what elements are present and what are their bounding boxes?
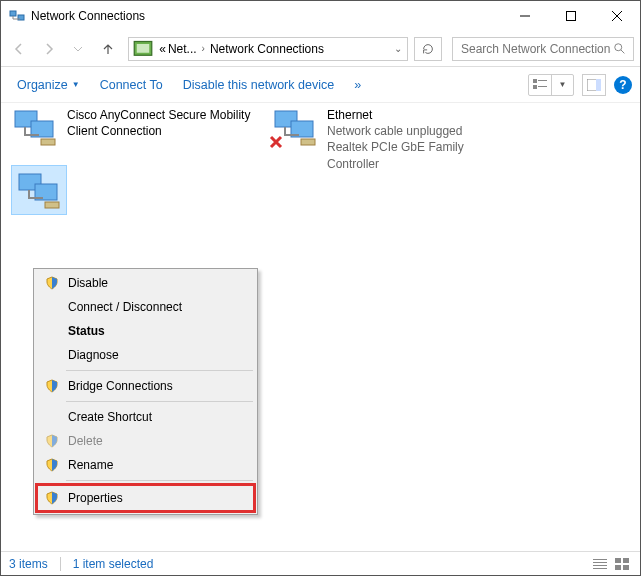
svg-point-5 (615, 43, 622, 50)
menu-item-status[interactable]: Status (36, 319, 255, 343)
recent-locations-button[interactable] (65, 35, 93, 63)
menu-item-disable[interactable]: Disable (36, 271, 255, 295)
breadcrumb-folder-1[interactable]: « Net... (157, 42, 198, 56)
organize-menu[interactable]: Organize ▼ (9, 74, 88, 96)
connection-icon (15, 170, 63, 210)
svg-rect-8 (533, 85, 537, 89)
window-controls (502, 1, 640, 31)
status-selected-count: 1 item selected (73, 557, 154, 571)
connection-icon (271, 107, 319, 147)
context-menu: Disable Connect / Disconnect Status Diag… (33, 268, 258, 515)
help-button[interactable]: ? (614, 76, 632, 94)
connection-icon (11, 107, 59, 147)
connection-device: Realtek PCIe GbE Family Controller (327, 139, 511, 171)
connection-item-cisco-selected[interactable] (11, 165, 67, 215)
content-area: Cisco AnyConnect Secure Mobility Client … (1, 103, 640, 549)
shield-icon (44, 490, 60, 506)
refresh-button[interactable] (414, 37, 442, 61)
connection-item-ethernet[interactable]: Ethernet Network cable unplugged Realtek… (271, 107, 511, 172)
svg-rect-14 (41, 139, 55, 145)
address-dropdown[interactable]: ⌄ (389, 43, 407, 54)
shield-icon (44, 378, 60, 394)
search-icon (613, 42, 627, 56)
up-button[interactable] (94, 35, 122, 63)
connection-status: Network cable unplugged (327, 123, 511, 139)
chevron-right-icon[interactable]: › (199, 43, 208, 54)
svg-rect-23 (593, 565, 607, 566)
connection-name: Cisco AnyConnect Secure Mobility Client … (67, 107, 251, 139)
connection-item-cisco[interactable]: Cisco AnyConnect Secure Mobility Client … (11, 107, 251, 147)
menu-item-rename[interactable]: Rename (36, 453, 255, 477)
svg-rect-0 (10, 11, 16, 16)
svg-rect-7 (538, 80, 547, 81)
svg-rect-27 (615, 565, 621, 570)
menu-item-bridge[interactable]: Bridge Connections (36, 374, 255, 398)
search-input[interactable] (459, 41, 613, 57)
disable-device-button[interactable]: Disable this network device (175, 74, 342, 96)
svg-rect-21 (593, 559, 607, 560)
menu-item-delete: Delete (36, 429, 255, 453)
preview-pane-button[interactable] (582, 74, 606, 96)
svg-rect-22 (593, 562, 607, 563)
disconnected-x-icon (269, 135, 283, 149)
search-box[interactable] (452, 37, 634, 61)
svg-rect-28 (623, 565, 629, 570)
details-view-button[interactable] (590, 556, 610, 572)
svg-rect-6 (533, 79, 537, 83)
shield-icon (44, 275, 60, 291)
close-button[interactable] (594, 1, 640, 31)
menu-item-shortcut[interactable]: Create Shortcut (36, 405, 255, 429)
menu-separator (66, 480, 253, 481)
connection-name: Ethernet (327, 107, 511, 123)
address-bar[interactable]: « Net... › Network Connections ⌄ (128, 37, 408, 61)
svg-rect-17 (45, 202, 59, 208)
forward-button[interactable] (35, 35, 63, 63)
svg-rect-4 (137, 44, 150, 53)
shield-icon (44, 433, 60, 449)
status-bar: 3 items 1 item selected (1, 551, 640, 575)
svg-rect-9 (538, 86, 547, 87)
status-item-count: 3 items (9, 557, 48, 571)
svg-rect-24 (593, 568, 607, 569)
menu-separator (66, 370, 253, 371)
shield-icon (44, 457, 60, 473)
svg-rect-20 (301, 139, 315, 145)
view-options-button[interactable]: ▼ (528, 74, 574, 96)
menu-item-properties[interactable]: Properties (36, 484, 255, 512)
network-connections-icon (9, 8, 25, 24)
svg-rect-11 (596, 79, 601, 91)
menu-item-connect-disconnect[interactable]: Connect / Disconnect (36, 295, 255, 319)
large-icons-view-button[interactable] (612, 556, 632, 572)
menu-separator (66, 401, 253, 402)
menu-item-diagnose[interactable]: Diagnose (36, 343, 255, 367)
control-panel-icon (133, 39, 153, 59)
back-button[interactable] (5, 35, 33, 63)
command-bar: Organize ▼ Connect To Disable this netwo… (1, 67, 640, 103)
svg-rect-2 (567, 12, 576, 21)
svg-rect-25 (615, 558, 621, 563)
window-title: Network Connections (31, 9, 502, 23)
navigation-bar: « Net... › Network Connections ⌄ (1, 31, 640, 67)
minimize-button[interactable] (502, 1, 548, 31)
overflow-button[interactable]: » (346, 74, 369, 96)
svg-rect-26 (623, 558, 629, 563)
breadcrumb-folder-2[interactable]: Network Connections (208, 42, 326, 56)
maximize-button[interactable] (548, 1, 594, 31)
titlebar: Network Connections (1, 1, 640, 31)
connect-to-button[interactable]: Connect To (92, 74, 171, 96)
